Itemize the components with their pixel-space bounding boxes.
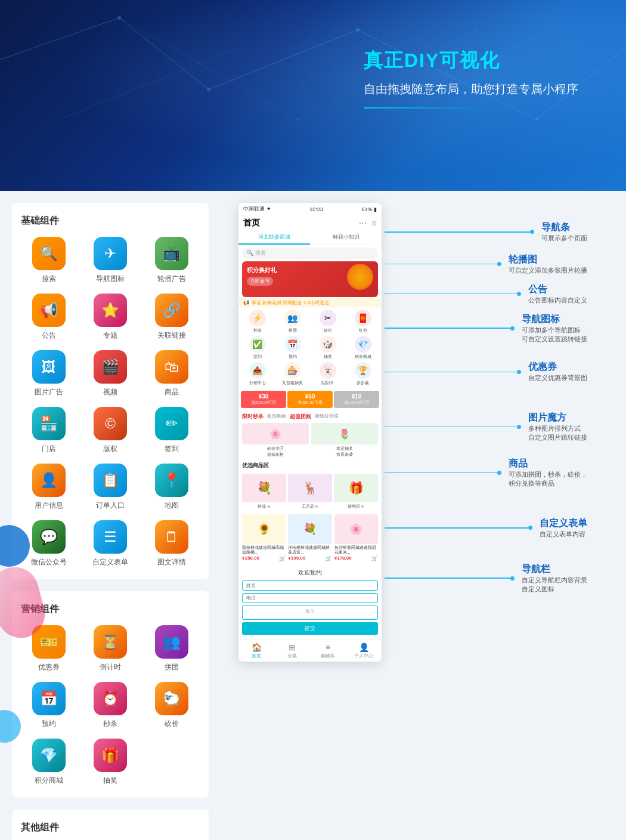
icon-box: ⏳ [94, 625, 127, 659]
ann-dot [517, 292, 521, 296]
basic-panel-title: 基础组件 [21, 215, 200, 227]
icon-label: 搜索 [42, 274, 56, 284]
icon-item-版权[interactable]: © 版权 [82, 407, 139, 454]
nav-icon-预约[interactable]: 📅 预约 [276, 336, 309, 360]
nav-icon-秒杀[interactable]: ⚡ 秒杀 [241, 310, 274, 333]
icon-item-视频[interactable]: 🎬 视频 [82, 350, 139, 397]
ann-dot [517, 425, 521, 429]
icon-label: 秒杀 [103, 719, 117, 729]
tab-mall[interactable]: 河北航姿商城 [238, 231, 310, 245]
tab-knowledge[interactable]: 鲜花小知识 [310, 231, 382, 245]
nav-icon-九宫格抽奖[interactable]: 🎰 九宫格抽奖 [276, 362, 309, 386]
other-components-panel: 其他组件 ⬜ 空白块 AD 流量主广告 📱 弹窗广告 ⚡ 快捷导航 [12, 810, 209, 840]
icon-item-砍价[interactable]: 🐑 砍价 [143, 682, 200, 729]
nav-icon-签到[interactable]: ✅ 签到 [241, 336, 274, 360]
icon-item-签到[interactable]: ✏ 签到 [143, 407, 200, 454]
nav-icon-label: 砍价 [324, 328, 332, 333]
product-name: 洋桔梗鲜花速递同城鲜花店送... [288, 545, 331, 555]
icon-box: 🗒 [155, 520, 188, 554]
icon-item-订单入口[interactable]: 📋 订单入口 [82, 464, 139, 511]
product-card-1[interactable]: 💐 洋桔梗鲜花速递同城鲜花店送... ¥199.00 🛒 [288, 514, 331, 561]
icon-item-图文详情[interactable]: 🗒 图文详情 [143, 520, 200, 567]
icon-item-预约[interactable]: 📅 预约 [21, 682, 78, 729]
flash-title: 限时秒杀 [242, 413, 264, 421]
svg-point-14 [476, 29, 478, 31]
icon-item-商品[interactable]: 🛍 商品 [143, 350, 200, 397]
form-name-input[interactable] [242, 580, 378, 591]
product-card-0[interactable]: 🌻 双枝鲜花速送同城高端篮路桶... ¥158.00 🛒 [242, 514, 286, 561]
icon-box: ⏰ [94, 682, 127, 715]
icon-box: 📢 [32, 294, 66, 327]
icon-item-关联链接[interactable]: 🔗 关联链接 [143, 294, 200, 341]
ann-dot [510, 326, 515, 331]
bottom-nav-购物车[interactable]: ≡ 购物车 [310, 643, 346, 659]
nav-icon-步步赢[interactable]: 🏆 步步赢 [346, 362, 379, 386]
coupon-item[interactable]: ¥50 满300.00可用 [287, 391, 333, 408]
phone-search[interactable]: 🔍 搜索 [242, 248, 378, 259]
phone-products-list: 🌻 双枝鲜花速送同城高端篮路桶... ¥158.00 🛒 💐 洋桔梗鲜花速递同城… [238, 512, 382, 564]
icon-item-专题[interactable]: ⭐ 专题 [82, 294, 139, 341]
nav-icon-circle: 🎲 [320, 336, 336, 353]
ann-title: 导航栏 [522, 563, 587, 576]
product-price: ¥158.00 [242, 555, 259, 561]
nav-icon-拼团[interactable]: 👥 拼团 [276, 310, 309, 333]
product-card-2[interactable]: 🌸 长沙鲜花同城速递惊恐花束来... ¥178.00 🛒 [334, 514, 378, 561]
nav-icon-分销中心[interactable]: 📤 分销中心 [241, 362, 274, 386]
icon-item-轮播广告[interactable]: 📺 轮播广告 [143, 237, 200, 284]
magic-img-box-1: 💐 [242, 474, 286, 502]
ann-title: 优惠券 [528, 361, 587, 373]
icon-item-积分商城[interactable]: 💎 积分商城 [21, 739, 78, 786]
icon-label: 门店 [42, 444, 56, 454]
bottom-nav-icon: 👤 [359, 643, 369, 652]
magic-item-3: 🎁 便利店 ⊙ [334, 474, 378, 509]
magic-label-1: 鲜花 ⊙ [242, 504, 286, 509]
ann-line-container [385, 326, 515, 331]
bottom-nav-分类[interactable]: ⊞ 分类 [274, 643, 310, 659]
icon-item-地图[interactable]: 📍 地图 [143, 464, 200, 511]
bottom-nav-icon: ⊞ [289, 643, 296, 652]
icon-item-门店[interactable]: 🏪 门店 [21, 407, 78, 454]
icon-item-用户信息[interactable]: 👤 用户信息 [21, 464, 78, 511]
coupon-item[interactable]: ¥30 满200.00可用 [241, 391, 286, 408]
bottom-nav-icon: 🏠 [252, 643, 262, 652]
ann-line-container [385, 370, 521, 374]
bottom-nav-label: 分类 [287, 653, 297, 659]
icon-item-公告[interactable]: 📢 公告 [21, 294, 78, 341]
form-phone-input[interactable] [242, 593, 378, 603]
icon-item-倒计时[interactable]: ⏳ 倒计时 [82, 625, 139, 672]
ann-dot [497, 262, 501, 266]
nav-icon-circle: 📅 [284, 336, 301, 353]
nav-icon-积分商城[interactable]: 💎 积分商城 [346, 336, 379, 360]
icon-item-自定义表单[interactable]: ☰ 自定义表单 [82, 520, 139, 567]
flash-tag-sub: 极致好价格 [315, 413, 339, 421]
icon-item-搜索[interactable]: 🔍 搜索 [21, 237, 78, 284]
ann-title: 图片魔方 [528, 412, 587, 424]
nav-icon-circle: ✂ [320, 310, 336, 326]
icon-item-图片广告[interactable]: 🖼 图片广告 [21, 350, 78, 397]
icon-item-拼团[interactable]: 👥 拼团 [143, 625, 200, 672]
cart-icon[interactable]: 🛒 [279, 555, 286, 561]
icon-item-导航图标[interactable]: ✈ 导航图标 [82, 237, 139, 284]
cart-icon[interactable]: 🛒 [371, 555, 378, 561]
icon-item-秒杀[interactable]: ⏰ 秒杀 [82, 682, 139, 729]
notice-text: 承诺 新鲜花材·同城配送·1-3小时送达· [252, 299, 330, 306]
nav-icon-抽奖[interactable]: 🎲 抽奖 [311, 336, 344, 360]
ann-title: 商品 [509, 458, 587, 470]
bottom-nav-首页[interactable]: 🏠 首页 [238, 643, 274, 659]
banner-btn[interactable]: 立即参与 [247, 277, 273, 286]
nav-icon-circle: 💎 [355, 336, 371, 353]
form-note-textarea[interactable]: 备注 [242, 606, 378, 620]
nav-icon-红包[interactable]: 🧧 红包 [346, 310, 379, 333]
form-submit-btn[interactable]: 提交 [242, 622, 378, 635]
section-title-excellent: 优选商品区 [238, 460, 382, 471]
bottom-nav-个人中心[interactable]: 👤 个人中心 [346, 643, 382, 659]
nav-icon-刮刮卡[interactable]: 🃏 刮刮卡 [311, 362, 344, 386]
ann-horiz-line [385, 472, 497, 474]
cart-icon[interactable]: 🛒 [326, 555, 332, 561]
phone-notice: 📢 承诺 新鲜花材·同城配送·1-3小时送达· [238, 298, 382, 307]
coupon-item[interactable]: ¥10 满100.00可用 [334, 391, 379, 408]
annotation-products: 商品 可添加拼团，秒杀，砍价，积分兑换等商品 [385, 458, 587, 488]
nav-icon-砍价[interactable]: ✂ 砍价 [311, 310, 344, 333]
nav-icon-circle: 🏆 [355, 362, 371, 379]
icon-item-抽奖[interactable]: 🎁 抽奖 [82, 739, 139, 786]
